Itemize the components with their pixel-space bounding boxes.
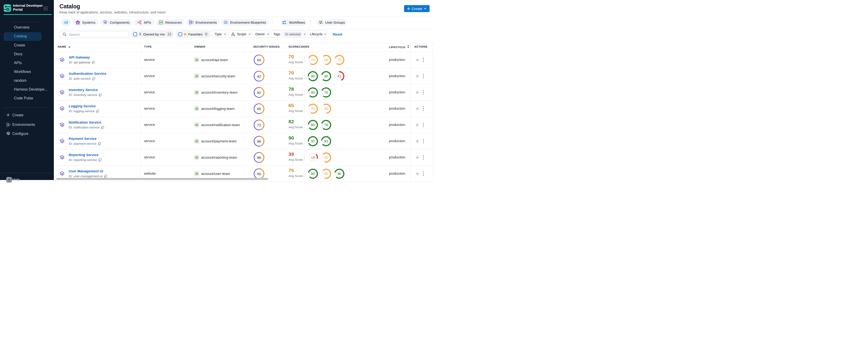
svg-text:78: 78: [324, 123, 328, 127]
svg-text:83: 83: [324, 139, 328, 143]
svg-text:50: 50: [257, 172, 261, 176]
svg-text:90: 90: [311, 74, 315, 78]
svg-text:92: 92: [311, 139, 315, 143]
svg-text:65: 65: [324, 172, 328, 176]
svg-text:80: 80: [311, 90, 315, 94]
svg-text:80: 80: [337, 172, 341, 176]
svg-text:70: 70: [311, 107, 315, 111]
svg-text:60: 60: [324, 58, 328, 62]
svg-text:55: 55: [324, 107, 328, 111]
svg-text:75: 75: [311, 58, 315, 62]
svg-text:85: 85: [311, 123, 315, 127]
svg-text:75: 75: [337, 58, 341, 62]
svg-text:98: 98: [257, 156, 261, 159]
svg-text:80: 80: [324, 74, 328, 78]
svg-text:42: 42: [257, 74, 261, 78]
svg-text:72: 72: [257, 123, 261, 127]
svg-text:?: ?: [8, 178, 10, 180]
svg-text:A: A: [225, 21, 227, 24]
svg-text:80: 80: [311, 172, 315, 176]
svg-text:41: 41: [337, 74, 341, 78]
svg-text:76: 76: [324, 90, 328, 94]
svg-text:92: 92: [257, 91, 261, 94]
svg-text:65: 65: [257, 58, 261, 62]
svg-text:65: 65: [257, 107, 261, 111]
svg-text:65: 65: [324, 155, 328, 159]
svg-text:88: 88: [257, 139, 261, 143]
svg-text:14: 14: [311, 155, 315, 159]
